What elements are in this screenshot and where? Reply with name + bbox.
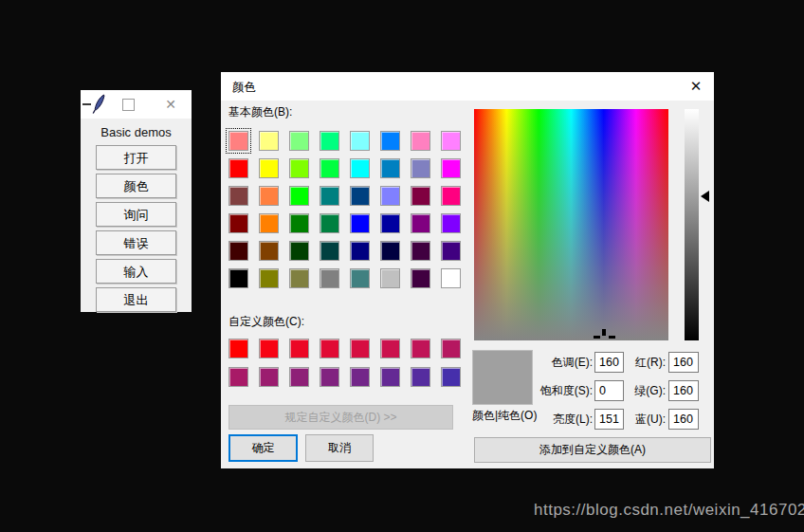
custom-color-swatch-11[interactable] xyxy=(320,367,339,387)
demo-button-0[interactable]: 打开 xyxy=(96,145,176,170)
huesat-marker[interactable] xyxy=(602,329,606,336)
custom-color-swatch-5[interactable] xyxy=(380,339,400,358)
custom-color-swatch-2[interactable] xyxy=(289,339,309,358)
custom-color-swatch-1[interactable] xyxy=(259,339,279,358)
basic-color-swatch-25[interactable] xyxy=(259,213,279,233)
basic-color-swatch-24[interactable] xyxy=(228,213,248,233)
custom-color-swatch-3[interactable] xyxy=(320,339,339,358)
basic-color-swatch-3[interactable] xyxy=(320,131,339,151)
basic-color-swatch-31[interactable] xyxy=(441,213,461,233)
basic-color-swatch-20[interactable] xyxy=(350,186,370,206)
basic-color-swatch-47[interactable] xyxy=(441,268,461,288)
basic-color-swatch-27[interactable] xyxy=(320,213,339,233)
demo-button-list: 打开颜色询问错误输入退出 xyxy=(81,145,192,312)
luminance-input[interactable]: 151 xyxy=(594,409,624,430)
huesat-marker-left-tick xyxy=(594,336,600,339)
basic-color-swatch-17[interactable] xyxy=(259,186,279,206)
custom-colors-grid xyxy=(228,339,461,387)
maximize-icon[interactable] xyxy=(122,99,135,111)
luminance-bar[interactable] xyxy=(685,109,699,340)
basic-color-swatch-34[interactable] xyxy=(289,241,309,261)
basic-color-swatch-19[interactable] xyxy=(320,186,339,206)
dialog-titlebar[interactable]: 颜色 ✕ xyxy=(221,72,714,101)
add-to-custom-colors-button[interactable]: 添加到自定义颜色(A) xyxy=(474,437,711,463)
basic-color-swatch-37[interactable] xyxy=(380,241,400,261)
basic-color-swatch-44[interactable] xyxy=(350,268,370,288)
ok-button[interactable]: 确定 xyxy=(228,434,298,462)
basic-color-swatch-1[interactable] xyxy=(259,131,279,151)
demo-window: ✕ Basic demos 打开颜色询问错误输入退出 xyxy=(81,90,192,312)
desktop: ✕ Basic demos 打开颜色询问错误输入退出 颜色 ✕ 基本颜色(B):… xyxy=(0,0,804,532)
basic-color-swatch-23[interactable] xyxy=(441,186,461,206)
basic-color-swatch-29[interactable] xyxy=(380,213,400,233)
demo-window-titlebar[interactable]: ✕ xyxy=(81,90,192,119)
basic-color-swatch-5[interactable] xyxy=(380,131,400,151)
demo-button-2[interactable]: 询问 xyxy=(96,202,176,227)
luminance-slider-arrow[interactable] xyxy=(701,191,709,202)
basic-color-swatch-14[interactable] xyxy=(411,158,430,178)
red-input[interactable]: 160 xyxy=(668,352,699,373)
demo-button-5[interactable]: 退出 xyxy=(96,287,176,312)
basic-color-swatch-6[interactable] xyxy=(411,131,430,151)
custom-color-swatch-4[interactable] xyxy=(350,339,370,358)
basic-color-swatch-4[interactable] xyxy=(350,131,370,151)
cancel-button[interactable]: 取消 xyxy=(305,434,374,462)
color-dialog: 颜色 ✕ 基本颜色(B): 自定义颜色(C): 规定自定义颜色(D) >> 确定… xyxy=(221,72,714,468)
custom-color-swatch-0[interactable] xyxy=(228,339,248,358)
hue-saturation-field[interactable] xyxy=(474,109,668,340)
saturation-input[interactable]: 0 xyxy=(594,380,624,401)
luminance-label: 亮度(L): xyxy=(522,409,593,430)
basic-color-swatch-22[interactable] xyxy=(411,186,430,206)
dialog-close-icon[interactable]: ✕ xyxy=(687,78,704,95)
basic-color-swatch-40[interactable] xyxy=(228,268,248,288)
green-input[interactable]: 160 xyxy=(668,380,699,401)
basic-color-swatch-35[interactable] xyxy=(320,241,339,261)
basic-color-swatch-11[interactable] xyxy=(320,158,339,178)
basic-color-swatch-28[interactable] xyxy=(350,213,370,233)
basic-color-swatch-12[interactable] xyxy=(350,158,370,178)
basic-color-swatch-9[interactable] xyxy=(259,158,279,178)
basic-color-swatch-32[interactable] xyxy=(228,241,248,261)
basic-color-swatch-38[interactable] xyxy=(411,241,430,261)
blue-input[interactable]: 160 xyxy=(668,409,699,430)
basic-color-swatch-30[interactable] xyxy=(411,213,430,233)
demo-close-icon[interactable]: ✕ xyxy=(162,96,179,113)
basic-color-swatch-46[interactable] xyxy=(411,268,430,288)
custom-color-swatch-8[interactable] xyxy=(228,367,248,387)
basic-color-swatch-8[interactable] xyxy=(228,158,248,178)
basic-color-swatch-18[interactable] xyxy=(289,186,309,206)
basic-color-swatch-16[interactable] xyxy=(228,186,248,206)
basic-color-swatch-26[interactable] xyxy=(289,213,309,233)
custom-color-swatch-14[interactable] xyxy=(411,367,430,387)
basic-color-swatch-45[interactable] xyxy=(380,268,400,288)
basic-color-swatch-10[interactable] xyxy=(289,158,309,178)
basic-color-swatch-21[interactable] xyxy=(380,186,400,206)
tk-feather-underline-icon xyxy=(82,103,91,105)
basic-color-swatch-33[interactable] xyxy=(259,241,279,261)
basic-colors-grid xyxy=(228,131,461,288)
hue-input[interactable]: 160 xyxy=(594,352,624,373)
custom-color-swatch-6[interactable] xyxy=(411,339,430,358)
basic-color-swatch-15[interactable] xyxy=(441,158,461,178)
basic-color-swatch-43[interactable] xyxy=(320,268,339,288)
dialog-title: 颜色 xyxy=(232,80,256,96)
demo-button-1[interactable]: 颜色 xyxy=(96,174,176,198)
basic-color-swatch-41[interactable] xyxy=(259,268,279,288)
basic-color-swatch-39[interactable] xyxy=(441,241,461,261)
basic-color-swatch-13[interactable] xyxy=(380,158,400,178)
basic-color-swatch-0[interactable] xyxy=(228,131,248,151)
basic-color-swatch-7[interactable] xyxy=(441,131,461,151)
custom-color-swatch-10[interactable] xyxy=(289,367,309,387)
custom-color-swatch-12[interactable] xyxy=(350,367,370,387)
demo-heading: Basic demos xyxy=(81,124,192,141)
red-label: 红(R): xyxy=(623,352,666,373)
basic-color-swatch-42[interactable] xyxy=(289,268,309,288)
basic-color-swatch-36[interactable] xyxy=(350,241,370,261)
basic-color-swatch-2[interactable] xyxy=(289,131,309,151)
custom-color-swatch-13[interactable] xyxy=(380,367,400,387)
demo-button-4[interactable]: 输入 xyxy=(96,259,176,284)
custom-color-swatch-9[interactable] xyxy=(259,367,279,387)
custom-color-swatch-7[interactable] xyxy=(441,339,461,358)
custom-color-swatch-15[interactable] xyxy=(441,367,461,387)
demo-button-3[interactable]: 错误 xyxy=(96,230,176,255)
